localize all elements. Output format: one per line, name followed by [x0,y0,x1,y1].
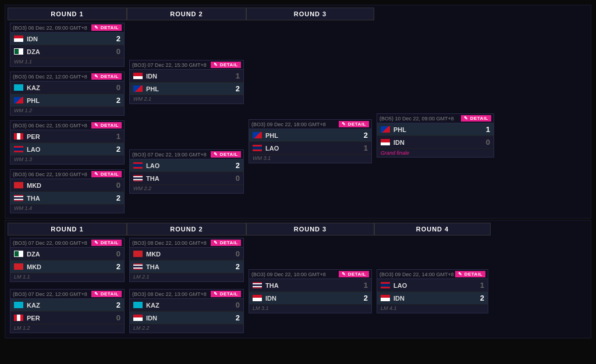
grand-final-label: Grand finale [377,149,494,157]
winners-grand-final-matches: (BO5) 10 Dec 22, 09:00 GMT+8 ✎ DETAIL PH… [374,20,496,216]
match-lm12-time: (BO3) 07 Dec 22, 12:00 GMT+8 [13,291,87,297]
match-wm22-detail-btn[interactable]: ✎ DETAIL [211,151,241,158]
match-label: LM 1.2 [10,324,124,333]
losers-round-3-header: ROUND 3 [246,223,374,235]
flag-LAO [133,162,143,169]
team-row: PER 0 [10,312,124,324]
flag-THA [133,263,143,270]
team-row: KAZ 0 [10,81,124,94]
match-label: WM 1.4 [10,205,124,213]
match-label: LM 4.1 [377,305,488,313]
match-lm22: (BO3) 08 Dec 22, 13:00 GMT+8 ✎ DETAIL KA… [129,289,244,333]
flag-LAO [253,145,262,151]
flag-PHL [133,85,143,92]
score: 0 [230,174,240,183]
match-wm31-detail-btn[interactable]: ✎ DETAIL [339,121,369,127]
score: 2 [111,34,120,43]
winners-round-2: ROUND 2 (BO3) 07 Dec 22, 15:30 GMT+8 ✎ D… [127,8,246,216]
team-row: KAZ 0 [130,299,243,312]
score: 0 [481,138,490,147]
flag-PHL [14,97,23,104]
match-lm22-time: (BO3) 08 Dec 22, 13:00 GMT+8 [132,291,207,297]
flag-IDN [253,295,262,301]
match-wm21-header: (BO3) 07 Dec 22, 15:30 GMT+8 ✎ DETAIL [130,60,243,70]
match-wm14-detail-btn[interactable]: ✎ DETAIL [91,171,122,177]
team-name: KAZ [27,84,111,91]
flag-IDN [133,315,143,321]
losers-round-4-header: ROUND 4 [374,223,491,235]
match-lm31: (BO3) 09 Dec 22, 10:00 GMT+8 ✎ DETAIL TH… [249,269,372,313]
team-name: IDN [265,295,359,302]
score: 1 [359,144,368,152]
match-lm21-detail-btn[interactable]: ✎ DETAIL [211,240,241,246]
flag-PER [14,133,23,140]
team-row: DZA 0 [10,248,124,260]
match-wm21-detail-btn[interactable]: ✎ DETAIL [211,62,241,68]
flag-MKD [14,182,23,188]
flag-MKD [14,263,23,270]
team-row: PHL 1 [377,123,494,136]
match-wm14-time: (BO3) 06 Dec 22, 19:00 GMT+8 [13,172,87,177]
match-lm22-detail-btn[interactable]: ✎ DETAIL [211,291,241,297]
score: 2 [111,96,120,105]
match-lm31-header: (BO3) 09 Dec 22, 10:00 GMT+8 ✎ DETAIL [249,270,371,279]
team-row: IDN 1 [130,70,243,83]
team-row: IDN 0 [377,136,494,149]
match-lm12-detail-btn[interactable]: ✎ DETAIL [91,291,122,297]
match-wm12-detail-btn[interactable]: ✎ DETAIL [91,73,122,80]
team-row: IDN 2 [10,33,124,45]
score: 0 [230,301,240,309]
flag-PER [14,315,23,321]
flag-IDN [381,295,390,301]
winners-rounds-row: ROUND 1 (BO3) 06 Dec 22, 09:00 GMT+8 ✎ D… [8,8,588,216]
match-label: WM 3.1 [249,155,371,163]
match-gf-detail-btn[interactable]: ✎ DETAIL [461,115,491,122]
match-wm21: (BO3) 07 Dec 22, 15:30 GMT+8 ✎ DETAIL ID… [129,60,244,104]
team-row: THA 1 [249,279,371,292]
team-row: DZA 0 [10,45,124,58]
team-row: IDN 2 [130,312,243,324]
score: 2 [111,194,120,202]
flag-IDN [14,35,23,42]
match-label: LM 2.1 [130,273,243,281]
team-name: PER [27,315,111,322]
match-wm31-header: (BO3) 09 Dec 22, 18:00 GMT+8 ✎ DETAIL [249,120,371,129]
team-name: IDN [393,139,481,146]
match-wm31: (BO3) 09 Dec 22, 18:00 GMT+8 ✎ DETAIL PH… [249,119,372,163]
team-name: LAO [393,282,475,289]
winners-bracket: ROUND 1 (BO3) 06 Dec 22, 09:00 GMT+8 ✎ D… [5,5,591,219]
team-row: THA 2 [10,192,124,205]
team-name: PHL [146,85,230,92]
team-name: THA [265,282,359,289]
match-wm13-time: (BO3) 06 Dec 22, 15:00 GMT+8 [13,123,87,129]
losers-round-4: ROUND 4 (BO3) 09 Dec 22, 14:00 GMT+8 ✎ D… [374,223,491,336]
match-lm11-detail-btn[interactable]: ✎ DETAIL [91,240,122,246]
match-lm22-header: (BO3) 08 Dec 22, 13:00 GMT+8 ✎ DETAIL [130,290,243,299]
losers-rounds-row: ROUND 1 (BO3) 07 Dec 22, 09:00 GMT+8 ✎ D… [8,223,588,336]
match-wm11-header: (BO3) 06 Dec 22, 09:00 GMT+8 ✎ DETAIL [10,23,124,33]
match-lm41-time: (BO3) 09 Dec 22, 14:00 GMT+8 [379,272,454,277]
team-row: MKD 0 [130,248,243,260]
team-name: LAO [27,146,111,153]
winners-round-4-grand-final: (BO5) 10 Dec 22, 09:00 GMT+8 ✎ DETAIL PH… [374,8,496,216]
score: 1 [481,125,490,134]
team-row: PHL 2 [10,94,124,107]
team-name: IDN [393,295,475,302]
match-wm13: (BO3) 06 Dec 22, 15:00 GMT+8 ✎ DETAIL PE… [10,120,125,165]
match-lm41-header: (BO3) 09 Dec 22, 14:00 GMT+8 ✎ DETAIL [377,270,488,279]
match-lm41-detail-btn[interactable]: ✎ DETAIL [455,271,485,277]
team-row: LAO 1 [249,142,371,155]
team-row: PHL 2 [249,129,371,142]
team-name: DZA [27,48,111,55]
losers-round-3-matches: (BO3) 09 Dec 22, 10:00 GMT+8 ✎ DETAIL TH… [246,235,374,336]
match-wm11-detail-btn[interactable]: ✎ DETAIL [91,24,122,31]
match-lm31-time: (BO3) 09 Dec 22, 10:00 GMT+8 [251,272,326,277]
team-name: MKD [27,263,111,270]
match-lm31-detail-btn[interactable]: ✎ DETAIL [339,271,369,277]
team-name: PHL [265,132,359,139]
team-name: KAZ [146,302,230,309]
score: 0 [111,83,120,92]
flag-KAZ [14,84,23,91]
match-wm13-detail-btn[interactable]: ✎ DETAIL [91,122,122,129]
score: 0 [111,47,120,56]
